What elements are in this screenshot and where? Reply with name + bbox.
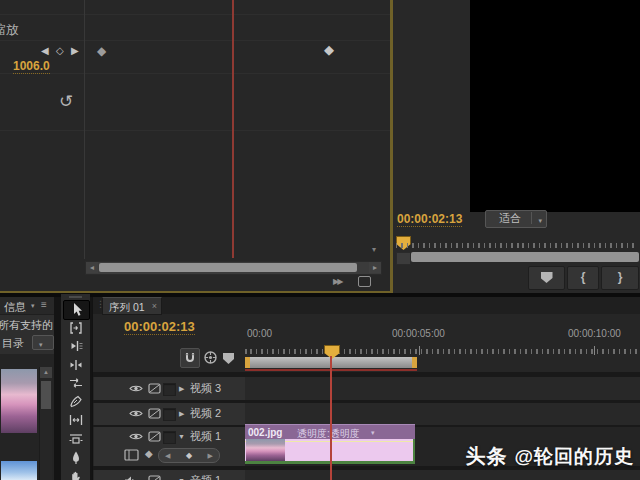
speaker-icon[interactable]	[124, 475, 136, 480]
chevron-down-icon[interactable]: ▾	[371, 429, 375, 437]
scrollbar-thumb[interactable]	[99, 263, 357, 272]
work-area-right-handle[interactable]	[412, 357, 417, 368]
fit-label: 适合	[499, 212, 521, 224]
view-directory-label[interactable]: 目录	[2, 336, 24, 351]
keyframe-diamond[interactable]: ◆	[97, 45, 106, 57]
chevron-down-icon[interactable]: ▾	[31, 302, 35, 310]
media-thumbnail-area: ▲	[0, 354, 54, 480]
keyframe-icon[interactable]: ◆	[186, 451, 192, 460]
timeline-tab-bar: ⋮ 序列 01 ×	[93, 297, 640, 314]
rate-stretch-icon	[68, 375, 84, 391]
track-name-audio1[interactable]: 音频 1	[190, 475, 221, 480]
project-tab-bar: 信息 ▾ ≡	[0, 297, 54, 315]
mark-out-button[interactable]: }	[601, 266, 639, 290]
sync-lock-icon[interactable]	[148, 408, 161, 419]
effect-controls-panel: 缩放 ◀ ◇ ▶ 1006.0 ↺ ◆ ◆ ▾ ◂ ▸ ▶▶	[0, 0, 393, 293]
add-marker-button[interactable]	[528, 266, 565, 290]
add-unnumbered-marker-button[interactable]	[223, 353, 234, 364]
media-thumbnail-sunset[interactable]	[1, 369, 37, 433]
tab-sequence-01[interactable]: 序列 01 ×	[102, 297, 162, 315]
close-icon[interactable]: ×	[152, 301, 157, 311]
keyframe-nav-pill[interactable]: ◀ ◆ ▶	[158, 448, 220, 463]
program-video-area	[470, 0, 640, 212]
sync-lock-icon[interactable]	[148, 383, 161, 394]
track-name-video2[interactable]: 视频 2	[190, 408, 221, 419]
track-name-video1[interactable]: 视频 1	[190, 431, 221, 442]
premiere-pro-window: 缩放 ◀ ◇ ▶ 1006.0 ↺ ◆ ◆ ▾ ◂ ▸ ▶▶ 00:00:02:…	[0, 0, 640, 480]
media-scrollbar[interactable]: ▲	[39, 367, 52, 480]
panel-menu-icon[interactable]: ≡	[41, 299, 47, 310]
ruler-label-5s: 00:00:05:00	[392, 328, 445, 339]
twirl-closed-icon[interactable]: ▶	[179, 410, 184, 417]
snap-toggle-button[interactable]	[180, 348, 200, 368]
prev-keyframe-button[interactable]: ◀	[41, 46, 49, 56]
selection-tool[interactable]	[63, 300, 90, 320]
timeline-playhead-line[interactable]	[330, 356, 332, 480]
project-panel: 信息 ▾ ≡ 所有支持的 目录 ▾ ▲	[0, 297, 54, 480]
track-toggle-box[interactable]	[163, 383, 176, 396]
track-name-video3[interactable]: 视频 3	[190, 383, 221, 394]
panel-gap	[54, 297, 61, 480]
media-filter-label[interactable]: 所有支持的	[0, 318, 53, 333]
fit-zoom-select[interactable]: 适合 ▾	[485, 210, 547, 228]
scroll-left-icon[interactable]: ◂	[86, 262, 98, 273]
scrollbar-thumb[interactable]	[41, 381, 51, 409]
track-content-video2[interactable]	[245, 403, 640, 425]
add-keyframe-button[interactable]: ◇	[56, 46, 64, 56]
eye-icon[interactable]	[129, 432, 143, 441]
reset-effect-icon[interactable]: ↺	[59, 93, 73, 110]
sync-lock-icon[interactable]	[148, 475, 161, 480]
track-content-video3[interactable]	[245, 377, 640, 400]
keyframe-diamond[interactable]: ◆	[324, 43, 334, 56]
track-content-audio1[interactable]	[245, 470, 640, 480]
track-select-tool[interactable]	[63, 319, 88, 337]
timeline-timecode[interactable]: 00:00:02:13	[124, 320, 195, 335]
scale-value[interactable]: 1006.0	[13, 60, 50, 74]
razor-tool[interactable]	[63, 393, 88, 411]
track-toggle-box[interactable]	[163, 431, 176, 444]
set-display-style-icon[interactable]	[124, 449, 139, 461]
track-header-video3: ▶ 视频 3	[94, 377, 245, 400]
effect-playhead-line[interactable]	[232, 0, 234, 258]
clip-name: 002.jpg	[248, 427, 282, 438]
directory-dropdown[interactable]: ▾	[32, 335, 54, 350]
mark-in-button[interactable]: {	[567, 266, 599, 290]
program-mini-ruler[interactable]	[396, 243, 638, 248]
tab-info[interactable]: 信息	[4, 300, 26, 315]
sync-lock-icon[interactable]	[148, 431, 161, 442]
tools-panel	[61, 294, 90, 480]
program-scrollbar-thumb[interactable]	[411, 252, 639, 262]
ripple-edit-tool[interactable]	[63, 337, 88, 355]
toggle-effects-icon[interactable]	[358, 276, 371, 287]
next-keyframe-button[interactable]: ▶	[71, 46, 79, 56]
next-keyframe-icon[interactable]: ▶	[208, 452, 213, 460]
media-thumbnail-sky[interactable]	[1, 461, 37, 480]
twirl-open-icon[interactable]: ▼	[178, 433, 185, 440]
effect-scrollbar[interactable]: ◂ ▸	[85, 261, 382, 275]
tab-label: 序列 01	[109, 301, 145, 315]
program-timecode[interactable]: 00:00:02:13	[397, 213, 462, 227]
scroll-left-box[interactable]	[396, 252, 411, 265]
scroll-up-icon[interactable]: ▲	[40, 367, 52, 378]
ripple-edit-icon	[68, 338, 84, 354]
hand-tool[interactable]	[63, 468, 88, 480]
show-keyframes-icon[interactable]: ◆	[145, 449, 153, 459]
encore-chapter-marker-button[interactable]	[203, 350, 218, 365]
slip-tool[interactable]	[63, 411, 88, 429]
track-header-video2: ▶ 视频 2	[94, 403, 245, 425]
prev-keyframe-icon[interactable]: ◀	[165, 452, 170, 460]
twirl-closed-icon[interactable]: ▶	[179, 385, 184, 392]
work-area-left-handle[interactable]	[245, 357, 250, 368]
rolling-edit-tool[interactable]	[63, 356, 88, 374]
play-clip-icon[interactable]: ▶▶	[333, 277, 341, 286]
eye-icon[interactable]	[129, 409, 143, 418]
timeline-ruler-ticks[interactable]	[245, 349, 640, 354]
pen-tool[interactable]	[63, 449, 88, 467]
timeline-zoom-toggle-icon[interactable]: ▾	[372, 245, 376, 254]
scroll-right-icon[interactable]: ▸	[369, 262, 381, 273]
eye-icon[interactable]	[129, 384, 143, 393]
rate-stretch-tool[interactable]	[63, 374, 88, 392]
slide-tool[interactable]	[63, 430, 88, 448]
track-toggle-box[interactable]	[163, 408, 176, 421]
panel-grip[interactable]	[69, 296, 82, 298]
